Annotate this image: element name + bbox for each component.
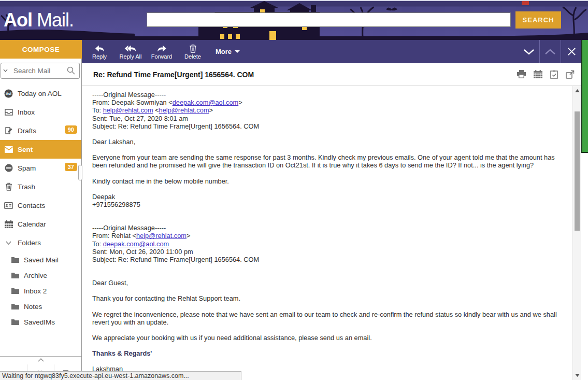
logo-mail-text: Mail. — [37, 9, 74, 31]
close-message-button[interactable] — [561, 40, 582, 63]
from-suffix: > — [238, 98, 242, 106]
message-body: -----Original Message----- From: Deepak … — [82, 86, 572, 380]
sidebar-scrollbar-thumb[interactable] — [78, 165, 82, 180]
drafts-count-badge: 90 — [65, 125, 77, 134]
to-prefix: To: — [92, 106, 103, 114]
aol-mail-logo: Aol Mail. — [4, 9, 74, 31]
from-line: From: Deepak Sowmiyan <deepak.com@aol.co… — [92, 98, 563, 106]
reply-button[interactable]: Reply — [84, 40, 115, 63]
top-banner: Aol Mail. SEARCH — [0, 0, 588, 40]
folder-icon — [11, 288, 19, 294]
more-label: More — [216, 48, 232, 55]
scrollbar-thumb[interactable] — [575, 111, 580, 231]
calendar-icon[interactable] — [534, 70, 542, 79]
sidebar-folder-saved-mail[interactable]: Saved Mail — [0, 252, 81, 268]
to-suffix: > — [209, 106, 213, 114]
subject-line: Subject: Re: Refund Time Frame[Urgent] 1… — [92, 256, 563, 263]
sidebar-folder-savedims[interactable]: SavedIMs — [0, 314, 81, 330]
forward-button[interactable]: Forward — [146, 40, 177, 63]
from-prefix: From: Deepak Sowmiyan < — [92, 98, 173, 106]
sidebar-item-spam[interactable]: Spam 37 — [0, 159, 81, 177]
search-icon[interactable] — [67, 66, 75, 75]
aol-circle-icon: Aol — [4, 89, 13, 98]
inbox-icon — [4, 108, 13, 117]
banner-search-input[interactable] — [147, 12, 511, 27]
sidebar-item-calendar[interactable]: Calendar — [0, 215, 81, 233]
chevron-down-icon[interactable] — [3, 69, 8, 72]
folder-label: Saved Mail — [24, 256, 59, 264]
salutation: Dear Lakshan, — [92, 138, 563, 146]
green-extension-strip — [581, 40, 588, 153]
print-icon[interactable] — [517, 70, 526, 79]
sidebar-item-drafts[interactable]: Drafts 90 — [0, 121, 81, 140]
sidebar-search-box[interactable] — [1, 63, 80, 79]
sidebar-item-today-on-aol[interactable]: Aol Today on AOL — [0, 84, 81, 103]
message-toolbar: Reply Reply All Forward Delete More — [82, 40, 588, 63]
from-prefix: From: Rehlat < — [92, 232, 136, 240]
recipient-email-link[interactable]: help@rehlat.com — [103, 106, 153, 114]
body-paragraph: Thank you for contacting the Rehlat Supp… — [92, 294, 563, 302]
compose-button[interactable]: COMPOSE — [0, 40, 82, 59]
to-line: To: deepak.com@aol.com — [92, 240, 563, 248]
body-paragraph: We regret the inconvenience, please note… — [92, 311, 563, 326]
recipient-email-link[interactable]: help@rehlat.com — [159, 106, 209, 114]
sidebar-item-label: Trash — [18, 183, 35, 191]
scrollbar-down-arrow[interactable] — [573, 372, 582, 379]
folder-icon — [11, 303, 19, 310]
body-paragraph: We appreciate your booking with us if yo… — [92, 334, 563, 342]
next-message-chevron-down-button[interactable] — [519, 40, 539, 63]
folder-icon — [11, 319, 19, 326]
folder-label: Archive — [24, 272, 47, 279]
sidebar-folder-inbox-2[interactable]: Inbox 2 — [0, 283, 81, 299]
signature-name: Deepak — [92, 193, 563, 201]
original-message-separator: -----Original Message----- — [92, 224, 563, 232]
contacts-icon — [4, 201, 13, 210]
collapse-chevron-up-icon[interactable] — [0, 358, 81, 364]
subject-line: Subject: Re: Refund Time Frame[Urgent] 1… — [92, 122, 563, 130]
closing-line: Thanks & Regards' — [92, 349, 563, 357]
sidebar-item-trash[interactable]: Trash — [0, 177, 81, 196]
sidebar-item-folders[interactable]: Folders — [0, 233, 81, 252]
message-scrollbar[interactable] — [572, 86, 581, 380]
logo-aol-text: Aol — [4, 9, 32, 31]
drafts-icon — [4, 126, 13, 135]
to-mid: < — [153, 106, 159, 114]
trash-icon — [4, 182, 13, 191]
sidebar-item-sent[interactable]: Sent — [0, 140, 81, 159]
sidebar-item-label: Today on AOL — [18, 90, 62, 97]
sidebar-item-inbox[interactable]: Inbox — [0, 103, 81, 121]
salutation: Dear Guest, — [92, 279, 563, 287]
recipient-email-link[interactable]: deepak.com@aol.com — [103, 240, 169, 248]
task-clipboard-check-icon[interactable] — [550, 70, 558, 79]
sent-envelope-icon — [4, 145, 13, 154]
previous-message-chevron-up-button[interactable] — [540, 40, 561, 63]
sidebar-item-label: Calendar — [18, 220, 46, 228]
sent-line: Sent: Mon, Oct 26, 2020 11:00 pm — [92, 248, 563, 256]
scrollbar-up-arrow[interactable] — [573, 87, 582, 94]
from-line: From: Rehlat <help@rehlat.com> — [92, 232, 563, 240]
folders-section-label: Folders — [18, 239, 41, 247]
sidebar-item-label: Drafts — [18, 127, 36, 135]
trash-icon — [189, 44, 197, 53]
to-line: To: help@rehlat.com <help@rehlat.com> — [92, 106, 563, 114]
sidebar-item-contacts[interactable]: Contacts — [0, 196, 81, 215]
sender-email-link[interactable]: help@rehlat.com — [136, 232, 187, 240]
reply-label: Reply — [92, 53, 107, 60]
sidebar-folder-archive[interactable]: Archive — [0, 268, 81, 283]
banner-search-button[interactable]: SEARCH — [515, 11, 561, 29]
message-subject: Re: Refund Time Frame[Urgent] 1656564. C… — [93, 71, 254, 79]
delete-label: Delete — [184, 53, 201, 60]
open-in-new-window-icon[interactable] — [566, 70, 575, 79]
reply-all-button[interactable]: Reply All — [115, 40, 146, 63]
more-menu-button[interactable]: More — [216, 48, 240, 55]
folder-label: Inbox 2 — [24, 287, 47, 295]
calendar-icon — [4, 220, 13, 229]
sidebar-folder-notes[interactable]: Notes — [0, 299, 81, 314]
search-mail-input[interactable] — [12, 63, 66, 78]
folder-label: SavedIMs — [24, 318, 55, 326]
delete-button[interactable]: Delete — [177, 40, 208, 63]
reply-all-icon — [124, 44, 137, 53]
sender-email-link[interactable]: deepak.com@aol.com — [173, 98, 239, 106]
signature-phone: +971556298875 — [92, 201, 563, 208]
sent-line: Sent: Tue, Oct 27, 2020 8:01 am — [92, 115, 563, 122]
